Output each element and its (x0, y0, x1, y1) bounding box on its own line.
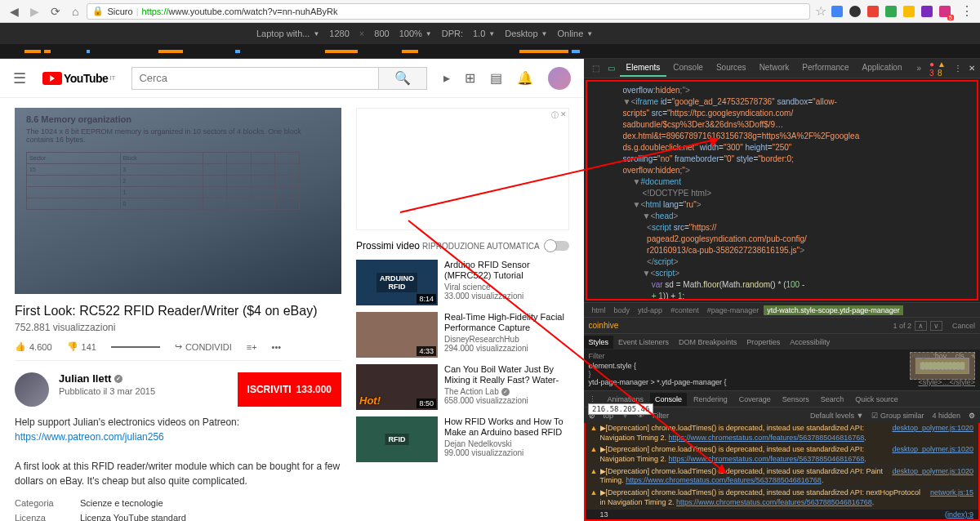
meta-value[interactable]: Scienze e tecnologie (80, 498, 163, 508)
more-actions-button[interactable]: ••• (272, 342, 282, 352)
devtools-tab-performance[interactable]: Performance (795, 60, 855, 77)
styles-tab[interactable]: Styles (584, 336, 614, 349)
devtools-tab-elements[interactable]: Elements (620, 60, 667, 77)
share-button[interactable]: ↪CONDIVIDI (175, 341, 232, 352)
devtools-tab-application[interactable]: Application (856, 60, 909, 77)
styles-tab[interactable]: Accessibility (785, 336, 835, 349)
like-button[interactable]: 👍4.600 (15, 341, 52, 352)
extension-icon[interactable] (831, 6, 843, 17)
address-bar[interactable]: 🔒 Sicuro | https://www.youtube.com/watch… (87, 3, 810, 20)
styles-tab[interactable]: DOM Breakpoints (674, 336, 742, 349)
elements-tree[interactable]: overflow:hidden;">▼<iframe id="google_ad… (586, 80, 978, 301)
autoplay-toggle[interactable] (545, 241, 569, 251)
breadcrumb-item[interactable]: #content (667, 305, 702, 315)
performance-timeline[interactable] (0, 44, 980, 59)
user-avatar[interactable] (548, 67, 571, 90)
recommendation-thumbnail[interactable]: RFID (356, 416, 438, 462)
box-model[interactable]: margin (910, 352, 975, 386)
console-message[interactable]: 13(index):9 (586, 510, 978, 522)
recommendation-channel[interactable]: Dejan Nedelkovski (444, 439, 569, 448)
extension-icon[interactable] (885, 6, 897, 17)
channel-name[interactable]: Julian Ilett✓ (59, 372, 228, 385)
console-settings-icon[interactable]: ⚙ (969, 412, 975, 420)
filter-input[interactable]: Filter (589, 352, 605, 360)
search-prev-icon[interactable]: ∧ (915, 321, 927, 331)
dom-breadcrumb[interactable]: htmlbodyytd-app#content#page-managerytd-… (584, 302, 980, 317)
description-link[interactable]: https://www.patreon.com/julian256 (15, 431, 164, 443)
hidden-count[interactable]: 4 hidden (932, 412, 960, 420)
device-select[interactable]: Laptop with...▼ (256, 29, 319, 38)
elements-search-input[interactable] (589, 321, 887, 330)
devtools-menu-icon[interactable]: ⋮ (954, 64, 962, 73)
search-cancel[interactable]: Cancel (952, 322, 975, 330)
error-count[interactable]: ● 3 (929, 60, 934, 78)
extension-icon[interactable] (921, 6, 933, 17)
styles-pane[interactable]: Filter:hov.cls+ element.style { } ytd-pa… (584, 350, 980, 390)
drawer-tab[interactable]: Quick source (850, 393, 903, 406)
device-mode-icon[interactable]: ▭ (604, 64, 618, 73)
group-similar[interactable]: ☑ Group similar (871, 412, 924, 420)
upload-icon[interactable]: ▸ (443, 70, 450, 86)
inspect-icon[interactable]: ⬚ (589, 64, 603, 73)
breadcrumb-item[interactable]: html (589, 305, 609, 315)
breadcrumb-item[interactable]: ytd-watch.style-scope.ytd-page-manager (764, 305, 903, 315)
devtools-tab-network[interactable]: Network (753, 60, 796, 77)
devtools-tab-sources[interactable]: Sources (710, 60, 753, 77)
viewport-width[interactable]: 1280 (329, 29, 349, 38)
video-player[interactable]: 8.6 Memory organization The 1024 x 8 bit… (15, 108, 341, 294)
search-next-icon[interactable]: ∨ (930, 321, 942, 331)
hamburger-menu-icon[interactable]: ☰ (13, 69, 26, 87)
breadcrumb-item[interactable]: body (611, 305, 634, 315)
drawer-tab[interactable]: Coverage (734, 393, 776, 406)
channel-avatar[interactable] (15, 372, 49, 407)
back-button[interactable]: ◀ (7, 5, 22, 18)
apps-icon[interactable]: ⊞ (465, 70, 475, 86)
console-message[interactable]: ▲▶[Deprecation] chrome.loadTimes() is de… (586, 423, 978, 444)
search-button[interactable]: 🔍 (378, 67, 427, 90)
forward-button[interactable]: ▶ (27, 5, 42, 18)
recommendation-thumbnail[interactable]: ARDUINO RFID8:14 (356, 260, 438, 305)
drawer-tab[interactable]: Console (650, 393, 687, 406)
devtools-close-icon[interactable]: ✕ (969, 64, 975, 73)
console-message[interactable]: ▲▶[Deprecation] chrome.loadTimes() is de… (586, 444, 978, 465)
devtools-tab-more[interactable]: » (910, 60, 928, 76)
drawer-menu-icon[interactable]: ⋮ (584, 395, 601, 403)
extension-icon[interactable] (867, 6, 879, 17)
drawer-tab[interactable]: Sensors (777, 393, 814, 406)
recommendation-item[interactable]: 4:33Real-Time High-Fidelity Facial Perfo… (356, 312, 569, 358)
recommendation-item[interactable]: RFIDHow RFID Works and How To Make an Ar… (356, 416, 569, 462)
viewport-height[interactable]: 800 (374, 29, 389, 38)
console-output[interactable]: ▲▶[Deprecation] chrome.loadTimes() is de… (584, 423, 980, 521)
console-message[interactable]: ▲▶[Deprecation] chrome.loadTimes() is de… (586, 488, 978, 509)
recommendation-item[interactable]: 8:50Hot!Can You Boil Water Just By Mixin… (356, 364, 569, 410)
breadcrumb-item[interactable]: ytd-app (635, 305, 666, 315)
messages-icon[interactable]: ▤ (490, 70, 502, 86)
recommendation-item[interactable]: ARDUINO RFID8:14Arduino RFID Sensor (MFR… (356, 260, 569, 305)
style-rule[interactable]: ytd-page-manager > *.ytd-page-manager { (589, 378, 727, 386)
console-filter[interactable]: Filter (653, 412, 669, 420)
home-button[interactable]: ⌂ (69, 5, 82, 18)
youtube-logo[interactable]: YouTubeIT (42, 72, 115, 85)
menu-icon[interactable]: ⋮ (960, 3, 973, 19)
reload-button[interactable]: ⟳ (47, 5, 64, 18)
recommendation-thumbnail[interactable]: 4:33 (356, 312, 438, 358)
subscribe-button[interactable]: ISCRIVITI133.000 (238, 372, 341, 407)
breadcrumb-item[interactable]: #page-manager (704, 305, 763, 315)
notifications-icon[interactable]: 🔔 (517, 70, 533, 86)
zoom-select[interactable]: 100%▼ (399, 29, 432, 38)
ad-close-icon[interactable]: ✕ (560, 110, 567, 121)
recommendation-channel[interactable]: Viral science (444, 283, 569, 292)
recommendation-channel[interactable]: The Action Lab✓ (444, 387, 569, 396)
dislike-button[interactable]: 👎141 (67, 341, 96, 352)
bookmark-star-icon[interactable]: ☆ (815, 3, 826, 19)
ad-slot[interactable]: ⓘ✕ (356, 108, 569, 230)
log-levels[interactable]: Default levels ▼ (810, 412, 863, 420)
drawer-tab[interactable]: Search (816, 393, 849, 406)
extension-icon[interactable]: 5 (939, 6, 951, 17)
network-select[interactable]: Online▼ (557, 29, 593, 38)
recommendation-channel[interactable]: DisneyResearchHub (444, 335, 569, 344)
devtools-tab-console[interactable]: Console (666, 60, 710, 77)
search-input[interactable] (131, 67, 377, 90)
dpr-select[interactable]: 1.0▼ (473, 29, 495, 38)
extension-icon[interactable] (903, 6, 915, 17)
